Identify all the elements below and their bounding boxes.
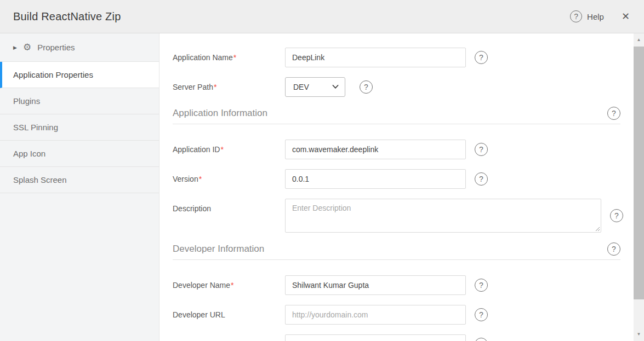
sidebar-item-label: SSL Pinning [13, 123, 58, 132]
section-title: Developer Information [173, 244, 264, 255]
description-label: Description [173, 199, 285, 213]
scroll-down-arrow-icon[interactable]: ▼ [634, 330, 644, 339]
developer-name-label: Developer Name* [173, 281, 285, 290]
field-label-text: Description [173, 204, 211, 213]
application-name-row: Application Name* ? [173, 48, 620, 67]
expand-arrow-icon[interactable]: ▶ [13, 45, 17, 50]
sidebar-item-label: Properties [37, 43, 75, 52]
description-row: Description ? [173, 199, 620, 233]
help-button[interactable]: ? Help [570, 10, 604, 22]
help-icon[interactable]: ? [607, 242, 620, 256]
sidebar-item-app-icon[interactable]: App Icon [0, 141, 159, 167]
developer-url-input[interactable] [285, 305, 466, 325]
developer-information-section-header: Developer Information ? [173, 242, 620, 260]
resize-grip-icon[interactable] [595, 226, 600, 232]
vertical-scrollbar[interactable]: ▲ ▼ [634, 33, 644, 341]
build-reactnative-zip-dialog: Build ReactNative Zip ? Help ✕ ▶ ⚙ Prope… [0, 0, 644, 341]
help-icon[interactable]: ? [475, 308, 488, 321]
field-label-text: Server Path [173, 83, 213, 91]
sidebar-item-splash-screen[interactable]: Splash Screen [0, 167, 159, 193]
application-id-input[interactable] [285, 140, 466, 159]
field-label-text: Developer Name [173, 281, 230, 290]
selected-option: DEV [293, 83, 309, 91]
scroll-up-arrow-icon[interactable]: ▲ [634, 35, 644, 45]
dialog-title: Build ReactNative Zip [13, 10, 121, 23]
sidebar-item-plugins[interactable]: Plugins [0, 88, 159, 114]
scrollbar-thumb[interactable] [634, 47, 644, 299]
application-name-label: Application Name* [173, 53, 285, 62]
version-input[interactable] [285, 169, 466, 189]
description-textarea[interactable] [285, 199, 601, 233]
sidebar-item-label: Application Properties [13, 70, 93, 79]
field-label-text: Developer URL [173, 310, 225, 319]
sidebar-item-properties[interactable]: ▶ ⚙ Properties [0, 33, 159, 62]
help-icon[interactable]: ? [475, 338, 488, 341]
application-id-row: Application ID* ? [173, 140, 620, 159]
help-icon[interactable]: ? [475, 51, 488, 64]
description-field-wrap [285, 199, 601, 233]
sidebar-item-application-properties[interactable]: Application Properties [0, 62, 159, 88]
chevron-down-icon [332, 85, 339, 89]
close-icon[interactable]: ✕ [622, 11, 630, 21]
sidebar-item-label: Splash Screen [13, 175, 67, 184]
sidebar: ▶ ⚙ Properties Application Properties Pl… [0, 33, 159, 341]
help-icon[interactable]: ? [610, 209, 623, 222]
help-label: Help [587, 12, 604, 21]
sidebar-item-label: Plugins [13, 96, 40, 106]
help-icon[interactable]: ? [607, 107, 620, 120]
field-label-text: Application ID [173, 145, 220, 154]
dialog-header: Build ReactNative Zip ? Help ✕ [0, 0, 644, 33]
help-icon[interactable]: ? [475, 143, 488, 156]
help-icon[interactable]: ? [360, 80, 373, 94]
dialog-body: ▶ ⚙ Properties Application Properties Pl… [0, 33, 644, 341]
application-name-input[interactable] [285, 48, 466, 67]
required-asterisk: * [199, 175, 202, 183]
help-icon[interactable]: ? [475, 279, 488, 292]
application-properties-form: Application Name* ? Server Path* DEV ? A… [159, 33, 634, 341]
field-label-text: Application Name [173, 53, 233, 62]
help-icon: ? [570, 10, 582, 22]
server-path-label: Server Path* [173, 83, 285, 91]
required-asterisk: * [220, 145, 223, 154]
developer-email-input[interactable] [285, 334, 466, 341]
server-path-select[interactable]: DEV [285, 77, 345, 97]
application-id-label: Application ID* [173, 145, 285, 154]
section-title: Application Information [173, 108, 267, 119]
application-information-section-header: Application Information ? [173, 107, 620, 124]
required-asterisk: * [231, 281, 233, 290]
help-icon[interactable]: ? [475, 172, 488, 186]
required-asterisk: * [214, 83, 216, 91]
sidebar-item-ssl-pinning[interactable]: SSL Pinning [0, 114, 159, 141]
developer-url-row: Developer URL ? [173, 305, 620, 325]
header-actions: ? Help ✕ [570, 10, 630, 22]
required-asterisk: * [233, 53, 236, 62]
developer-url-label: Developer URL [173, 310, 285, 319]
version-label: Version* [173, 175, 285, 183]
developer-name-input[interactable] [285, 275, 466, 295]
sidebar-item-label: App Icon [13, 149, 45, 158]
server-path-row: Server Path* DEV ? [173, 77, 620, 97]
developer-email-row: Developer Email* ? [173, 334, 620, 341]
version-row: Version* ? [173, 169, 620, 189]
gear-icon: ⚙ [23, 43, 31, 52]
developer-name-row: Developer Name* ? [173, 275, 620, 295]
field-label-text: Version [173, 175, 198, 183]
